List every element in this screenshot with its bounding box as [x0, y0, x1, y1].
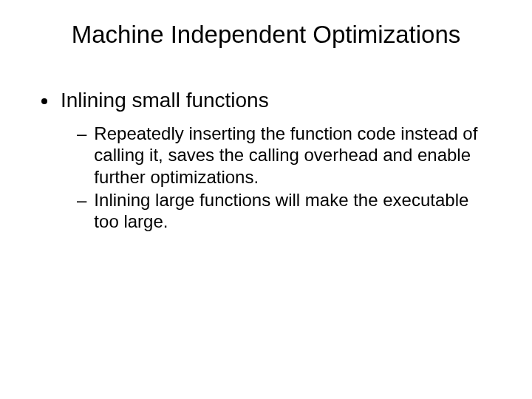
slide-body: Inlining small functions – Repeatedly in… [41, 89, 491, 233]
slide: Machine Independent Optimizations Inlini… [0, 0, 532, 399]
sub-bullet-group: – Repeatedly inserting the function code… [77, 123, 491, 232]
bullet-dot-icon [41, 98, 47, 104]
dash-icon: – [77, 189, 86, 211]
bullet-1-text: Inlining small functions [61, 89, 269, 112]
bullet-level-2: – Inlining large functions will make the… [77, 189, 491, 233]
bullet-level-1: Inlining small functions [41, 89, 491, 112]
bullet-level-2: – Repeatedly inserting the function code… [77, 123, 491, 188]
bullet-2-text: Repeatedly inserting the function code i… [94, 123, 491, 188]
slide-title: Machine Independent Optimizations [0, 21, 532, 49]
dash-icon: – [77, 123, 86, 144]
bullet-2-text: Inlining large functions will make the e… [94, 189, 491, 233]
